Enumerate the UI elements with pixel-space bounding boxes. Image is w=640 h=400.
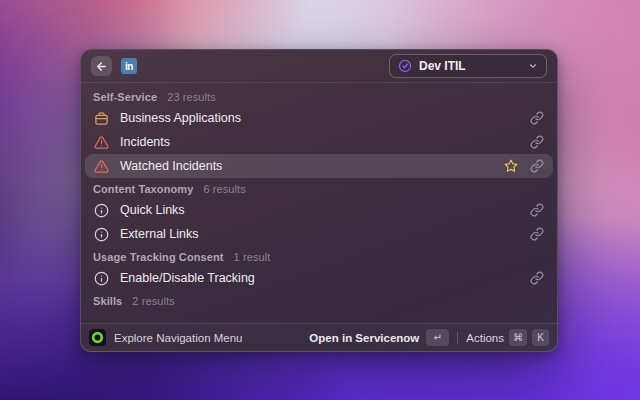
- workspace-dropdown-label: Dev ITIL: [419, 59, 521, 73]
- list-item-label: External Links: [120, 227, 199, 241]
- section-header-usage-tracking: Usage Tracking Consent1 result: [93, 251, 545, 263]
- link-icon: [530, 135, 544, 149]
- arrow-left-icon: [95, 60, 108, 73]
- link-icon: [530, 271, 544, 285]
- footer-command-label: Explore Navigation Menu: [114, 332, 243, 344]
- section-header-content-taxonomy: Content Taxonomy6 results: [93, 183, 545, 195]
- briefcase-icon: [94, 111, 109, 126]
- check-circle-icon: [398, 59, 412, 73]
- link-icon: [530, 203, 544, 217]
- link-icon: [530, 227, 544, 241]
- warning-triangle-icon: [94, 159, 109, 174]
- command-key-icon: ⌘: [509, 329, 527, 346]
- section-header-self-service: Self-Service23 results: [93, 91, 545, 103]
- footer-bar: Explore Navigation Menu Open in Servicen…: [81, 323, 557, 351]
- section-count: 6 results: [203, 183, 245, 195]
- list-item-enable-disable-tracking[interactable]: Enable/Disable Tracking: [85, 266, 553, 290]
- open-in-servicenow-label: Open in Servicenow: [309, 332, 419, 344]
- section-header-skills: Skills2 results: [93, 295, 545, 307]
- section-count: 2 results: [132, 295, 174, 307]
- results-list: Self-Service23 results Business Applicat…: [81, 83, 557, 323]
- section-count: 1 result: [234, 251, 271, 263]
- actions-button[interactable]: Actions ⌘ K: [466, 329, 549, 346]
- list-item-label: Enable/Disable Tracking: [120, 271, 255, 285]
- actions-label: Actions: [466, 332, 504, 344]
- link-icon: [530, 159, 544, 173]
- open-in-servicenow-button[interactable]: Open in Servicenow ↵: [309, 329, 449, 346]
- list-item-external-links[interactable]: External Links: [85, 222, 553, 246]
- list-item-label: Business Applications: [120, 111, 241, 125]
- linkedin-app-icon: in: [121, 58, 137, 74]
- list-item-incidents[interactable]: Incidents: [85, 130, 553, 154]
- return-key-icon: ↵: [426, 329, 449, 346]
- list-item-label: Incidents: [120, 135, 170, 149]
- chevron-down-icon: [528, 61, 538, 71]
- list-item-label: Watched Incidents: [120, 159, 222, 173]
- workspace-dropdown[interactable]: Dev ITIL: [389, 54, 547, 78]
- info-icon: [94, 271, 109, 286]
- footer-divider: [457, 332, 458, 344]
- servicenow-extension-icon: [89, 329, 106, 346]
- k-key-icon: K: [532, 329, 549, 346]
- info-icon: [94, 203, 109, 218]
- list-item-label: Quick Links: [120, 203, 185, 217]
- warning-triangle-icon: [94, 135, 109, 150]
- star-icon: [504, 159, 518, 173]
- header-bar: in Dev ITIL: [81, 50, 557, 83]
- list-item-business-applications[interactable]: Business Applications: [85, 106, 553, 130]
- link-icon: [530, 111, 544, 125]
- section-count: 23 results: [167, 91, 216, 103]
- info-icon: [94, 227, 109, 242]
- launcher-window: in Dev ITIL Self-Service23 results Busin…: [80, 49, 558, 352]
- list-item-watched-incidents[interactable]: Watched Incidents: [85, 154, 553, 178]
- back-button[interactable]: [91, 56, 112, 76]
- list-item-quick-links[interactable]: Quick Links: [85, 198, 553, 222]
